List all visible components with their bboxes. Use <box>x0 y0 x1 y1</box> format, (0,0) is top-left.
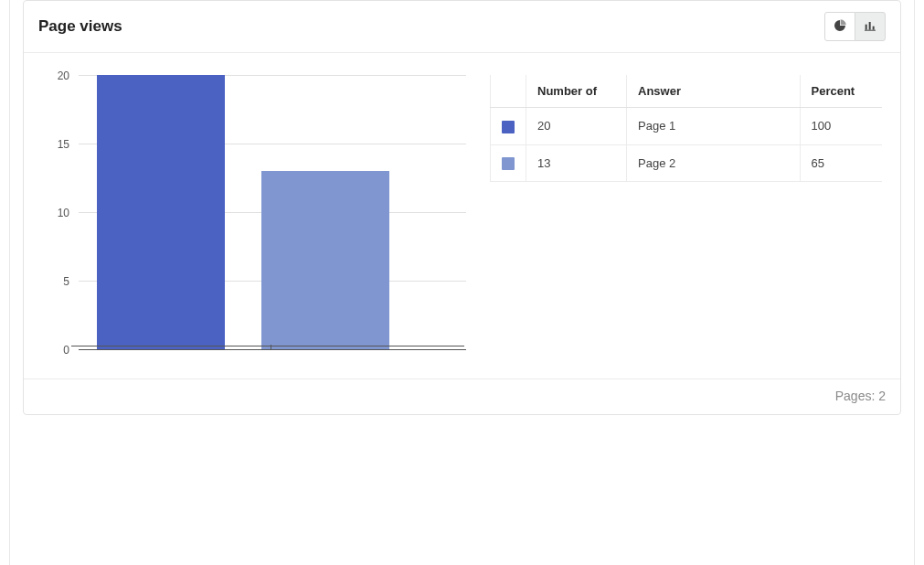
bar-chart-button[interactable] <box>855 12 886 41</box>
header-answer: Answer <box>627 75 801 108</box>
table-row: 13Page 265 <box>491 144 883 182</box>
bar-chart: 05101520 <box>79 75 462 349</box>
data-table-area: Number of Answer Percent 20Page 110013Pa… <box>490 75 882 349</box>
row-answer: Page 2 <box>627 144 801 182</box>
svg-rect-2 <box>873 26 875 29</box>
card-header: Page views <box>24 1 900 53</box>
pie-chart-button[interactable] <box>824 12 855 41</box>
page-views-card: Page views 05101520 <box>23 0 901 415</box>
header-percent: Percent <box>800 75 882 108</box>
grid-line: 0 <box>79 349 466 350</box>
data-table: Number of Answer Percent 20Page 110013Pa… <box>490 75 882 182</box>
y-tick-label: 0 <box>63 345 69 356</box>
card-body: 05101520 Number of Answer Percent <box>24 53 900 379</box>
footer-label: Pages: <box>835 389 876 403</box>
y-tick-label: 5 <box>63 276 69 287</box>
header-count: Number of <box>526 75 627 108</box>
y-tick-label: 10 <box>58 208 69 219</box>
table-header-row: Number of Answer Percent <box>491 75 883 108</box>
chart-bars <box>79 75 462 349</box>
svg-rect-1 <box>869 22 871 30</box>
x-axis-line <box>71 346 464 349</box>
card-footer: Pages: 2 <box>24 379 900 414</box>
row-swatch-cell <box>491 144 526 182</box>
card-title: Page views <box>38 17 122 36</box>
y-tick-label: 15 <box>58 139 69 150</box>
row-percent: 100 <box>800 108 882 145</box>
y-tick-label: 20 <box>58 70 69 81</box>
svg-rect-3 <box>865 29 876 30</box>
row-count: 13 <box>526 144 627 182</box>
pie-chart-icon <box>833 18 847 36</box>
svg-rect-0 <box>866 24 867 29</box>
bar-chart-icon <box>863 18 877 36</box>
chart-area: 05101520 <box>42 75 462 349</box>
header-color <box>491 75 526 108</box>
chart-bar[interactable] <box>97 75 225 349</box>
x-tick <box>271 345 271 350</box>
color-swatch <box>502 157 515 170</box>
row-count: 20 <box>526 108 627 145</box>
chart-bar[interactable] <box>261 171 389 349</box>
row-percent: 65 <box>800 144 882 182</box>
color-swatch <box>502 121 515 133</box>
footer-count: 2 <box>878 389 886 403</box>
chart-type-toggle <box>824 12 886 41</box>
row-answer: Page 1 <box>627 108 801 145</box>
row-swatch-cell <box>491 108 526 145</box>
table-row: 20Page 1100 <box>491 108 883 145</box>
